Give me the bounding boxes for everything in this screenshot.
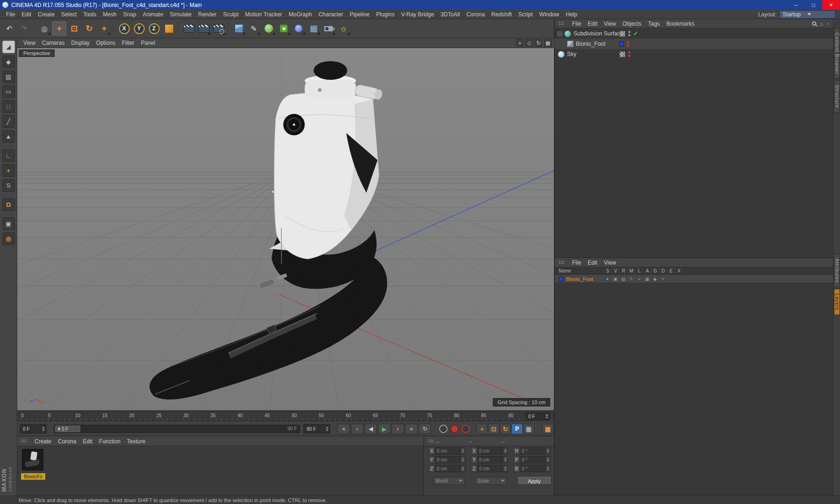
pan-view-icon[interactable]: + — [516, 39, 524, 47]
visibility-dots[interactable] — [627, 41, 629, 47]
record-pla-button[interactable]: ▦ — [523, 424, 534, 434]
material-menu-item[interactable]: Edit — [79, 437, 96, 446]
search-icon[interactable] — [812, 21, 816, 26]
polygons-mode-button[interactable]: ▲ — [2, 130, 15, 143]
object-row-subdivision-surface[interactable]: Subdivision Surface ✓ — [555, 28, 833, 39]
move-tool-button[interactable]: + — [52, 21, 66, 35]
material-menu-item[interactable]: Corona — [55, 437, 79, 446]
layer-manager-menu-item[interactable]: File — [569, 259, 584, 267]
layer-toggle-icon[interactable]: ✎ — [627, 277, 635, 281]
undo-button[interactable]: ↶ — [2, 21, 16, 35]
menu-item[interactable]: Character — [315, 10, 347, 19]
panel-grip-icon[interactable] — [21, 439, 27, 443]
scale-tool-button[interactable]: ⊡ — [67, 21, 81, 35]
viewport-menu-item[interactable]: Filter — [119, 39, 138, 47]
rotation-field[interactable]: 0 ° — [520, 456, 546, 463]
timeline-ruler[interactable]: 051015202530354045505560657075808590 0 F — [17, 411, 554, 421]
quantize-button[interactable]: ◎ — [2, 232, 15, 245]
start-frame-stepper[interactable] — [42, 427, 46, 431]
viewport-menu-item[interactable]: Panel — [138, 39, 159, 47]
axis-mode-button[interactable]: ∟ — [2, 149, 15, 162]
camera-button[interactable] — [322, 21, 336, 35]
layer-toggle-icon[interactable]: ≡ — [635, 277, 643, 281]
layer-row-bionic-foot[interactable]: Bionic_Foot ●▣▤✎≡▦◆× — [555, 275, 833, 283]
play-backwards-button[interactable]: ◀ — [364, 424, 377, 434]
size-stepper[interactable] — [503, 465, 508, 472]
position-field[interactable]: 0 cm — [435, 465, 461, 472]
menu-item[interactable]: Simulate — [167, 10, 195, 19]
scale-mode-select[interactable]: Scale — [475, 477, 507, 485]
object-row-sky[interactable]: Sky — [555, 49, 833, 59]
object-manager-menu-item[interactable]: Objects — [619, 20, 645, 28]
viewport-menu-item[interactable]: Cameras — [39, 39, 68, 47]
size-field[interactable]: 0 cm — [477, 447, 503, 455]
rotate-tool-button[interactable]: ↻ — [82, 21, 96, 35]
layer-toggle-icon[interactable]: ● — [603, 277, 611, 281]
menu-item[interactable]: Render — [195, 10, 220, 19]
menu-item[interactable]: Edit — [18, 10, 35, 19]
position-field[interactable]: 0 cm — [435, 447, 461, 455]
up-level-icon[interactable]: ↑ — [827, 21, 830, 27]
end-frame-field[interactable]: 90 F — [303, 424, 330, 434]
maximize-button[interactable]: □ — [805, 0, 822, 10]
environment-button[interactable]: ▦ — [307, 21, 321, 35]
timeline-panel-button[interactable]: ▦ — [542, 424, 553, 434]
record-keyframe-button[interactable] — [439, 425, 448, 433]
viewport-camera-label[interactable]: Perspective — [19, 49, 55, 57]
position-stepper[interactable] — [461, 447, 466, 455]
menu-item[interactable]: Create — [35, 10, 58, 19]
viewport-menu-item[interactable]: View — [20, 39, 39, 47]
object-manager-menu-item[interactable]: Bookmarks — [663, 20, 698, 28]
material-menu-item[interactable]: Function — [96, 437, 124, 446]
redo-button[interactable]: ↷ — [17, 21, 31, 35]
layer-color-chip[interactable] — [559, 277, 563, 281]
layout-select[interactable]: Startup — [779, 10, 835, 19]
subdivision-surface-button[interactable] — [262, 21, 276, 35]
texture-mode-button[interactable]: ▨ — [2, 70, 15, 83]
menu-item[interactable]: Sculpt — [220, 10, 242, 19]
size-field[interactable]: 0 cm — [477, 465, 503, 472]
object-manager-menu-item[interactable]: Edit — [584, 20, 601, 28]
last-tool-button[interactable]: + — [97, 21, 111, 35]
menu-item[interactable]: Snap — [120, 10, 140, 19]
record-scale-button[interactable]: ⊡ — [488, 424, 499, 434]
visibility-dots[interactable] — [628, 51, 630, 57]
record-position-button[interactable]: + — [476, 424, 488, 434]
go-to-start-button[interactable]: « — [337, 424, 350, 434]
enabled-check-icon[interactable]: ✓ — [633, 30, 638, 37]
menu-item[interactable]: Corona — [463, 10, 488, 19]
visibility-dots[interactable] — [628, 31, 630, 36]
rotation-field[interactable]: 0 ° — [520, 447, 546, 455]
material-name-label[interactable]: BionicFo — [21, 473, 45, 480]
layer-name[interactable]: Bionic_Foot — [566, 276, 593, 282]
layer-toggle-icon[interactable]: ▦ — [643, 277, 651, 281]
workplane-mode-button[interactable]: ▭ — [2, 85, 15, 98]
lock-workplane-button[interactable]: ▣ — [2, 217, 15, 230]
layer-manager-menu-item[interactable]: Edit — [584, 259, 601, 267]
timeline-slider-handle[interactable]: 0 F — [55, 426, 80, 432]
autokey-button[interactable] — [450, 425, 459, 433]
keyframe-selection-button[interactable] — [462, 425, 470, 433]
apply-button[interactable]: Apply — [517, 477, 552, 485]
rotation-stepper[interactable] — [546, 447, 551, 455]
viewport-menu-item[interactable]: Options — [93, 39, 119, 47]
coordinate-system-button[interactable] — [162, 21, 176, 35]
close-button[interactable]: × — [822, 0, 840, 10]
material-thumbnail[interactable] — [22, 449, 43, 470]
panel-grip-icon[interactable] — [559, 260, 564, 265]
menu-item[interactable]: Animate — [140, 10, 167, 19]
texture-tag-icon[interactable] — [619, 51, 625, 57]
light-button[interactable]: ☼ — [336, 21, 350, 35]
make-editable-button[interactable]: ◢ — [2, 41, 15, 53]
menu-item[interactable]: V-Ray Bridge — [398, 10, 437, 19]
menu-item[interactable]: Select — [58, 10, 80, 19]
model-mode-button[interactable]: ◆ — [2, 56, 15, 68]
rotation-stepper[interactable] — [546, 465, 551, 472]
spline-pen-button[interactable]: ✎ — [247, 21, 261, 35]
size-field[interactable]: 0 cm — [477, 456, 503, 463]
lock-z-axis-button[interactable]: Z — [147, 21, 161, 35]
go-to-end-button[interactable]: » — [405, 424, 418, 434]
deformers-button[interactable] — [292, 21, 306, 35]
current-frame-field[interactable]: 0 F — [525, 413, 550, 420]
panel-grip-icon[interactable] — [428, 439, 434, 443]
